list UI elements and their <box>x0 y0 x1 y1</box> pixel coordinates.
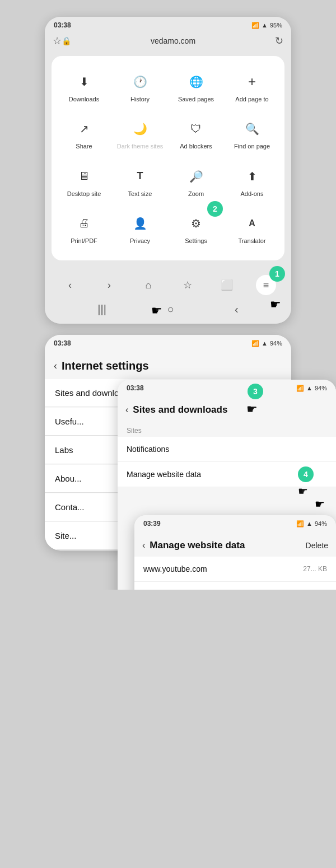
menu-grid: ⬇ Downloads 🕐 History 🌐 Saved pages + Ad… <box>56 65 280 251</box>
ad-blockers-label: Ad blockers <box>180 142 212 150</box>
menu-item-find-on-page[interactable]: 🔍 Find on page <box>224 112 280 157</box>
status-icons-2: 📶 ▲ 94% <box>251 340 282 347</box>
menu-item-share[interactable]: ↗ Share <box>56 112 112 157</box>
home-nav-button[interactable]: ⌂ <box>138 275 158 295</box>
wifi-icon-4: 📶 <box>296 520 304 528</box>
time-3: 03:38 <box>127 384 144 392</box>
website-url-0: www.youtube.com <box>143 564 207 573</box>
dark-theme-icon: 🌙 <box>130 119 150 139</box>
dark-theme-label: Dark theme sites <box>117 142 164 150</box>
menu-item-privacy[interactable]: 👤 Privacy <box>112 207 168 251</box>
signal-icon-4: ▲ <box>306 520 312 527</box>
time-2: 03:38 <box>54 339 71 347</box>
saved-pages-label: Saved pages <box>178 95 214 103</box>
menu-item-add-ons[interactable]: ⬆ Add-ons <box>224 160 280 204</box>
menu-item-print[interactable]: 🖨 Print/PDF <box>56 207 112 251</box>
system-nav-bar-1: ||| ○ ‹ <box>45 298 291 324</box>
menu-nav-button[interactable]: ≡ 1 <box>256 275 276 295</box>
tabs-nav-button[interactable]: ⬜ <box>217 275 237 295</box>
url-display[interactable]: vedamo.com <box>71 36 275 45</box>
menu-item-translator[interactable]: A Translator <box>224 207 280 251</box>
time-4: 03:39 <box>143 520 161 528</box>
menu-item-add-page[interactable]: + Add page to <box>224 65 280 110</box>
browser-menu-panel: ⬇ Downloads 🕐 History 🌐 Saved pages + Ad… <box>52 56 284 260</box>
sites-list: Notifications Manage website data 4 ☛ <box>118 437 336 487</box>
battery-label-1: 95% <box>270 22 282 29</box>
menu-item-text-size[interactable]: T Text size <box>112 160 168 204</box>
settings-title: Internet settings <box>62 360 149 372</box>
status-bar-1: 03:38 📶 ▲ 95% <box>45 17 291 31</box>
sites-downloads-title-row: ‹ Sites and downloads <box>125 400 328 421</box>
cursor-6: ☛ <box>315 497 325 511</box>
text-size-icon: T <box>130 166 150 186</box>
screen3: 03:38 📶 ▲ 94% ‹ Sites and downloads Site… <box>118 380 336 590</box>
zoom-icon: 🔎 <box>186 166 206 186</box>
back-nav-button[interactable]: ‹ <box>60 275 80 295</box>
add-ons-icon: ⬆ <box>242 166 262 186</box>
delete-button[interactable]: Delete <box>306 541 328 550</box>
notifications-item[interactable]: Notifications <box>118 437 336 462</box>
add-page-icon: + <box>242 72 262 92</box>
sys-nav-back[interactable]: ‹ <box>235 303 239 316</box>
zoom-label: Zoom <box>188 190 204 198</box>
settings-label: Settings <box>185 237 207 245</box>
print-icon: 🖨 <box>74 213 94 234</box>
screen4: 03:39 📶 ▲ 94% ‹ Manage website data Dele… <box>134 515 336 590</box>
wifi-icon-2: 📶 <box>251 340 259 347</box>
website-row-0[interactable]: www.youtube.com 27... KB <box>134 557 336 582</box>
lock-icon: 🔒 <box>62 36 71 45</box>
history-label: History <box>130 95 150 103</box>
status-icons-3: 📶 ▲ 94% <box>296 385 327 392</box>
battery-label-4: 94% <box>315 520 327 527</box>
reload-icon[interactable]: ↻ <box>275 35 283 47</box>
settings-title-row: ‹ Internet settings <box>54 355 282 379</box>
forward-nav-button[interactable]: › <box>99 275 119 295</box>
bookmark-nav-button[interactable]: ☆ <box>178 275 198 295</box>
desktop-site-icon: 🖥 <box>74 166 94 186</box>
status-icons-1: 📶 ▲ 95% <box>251 22 282 29</box>
status-bar-3: 03:38 📶 ▲ 94% <box>118 380 336 394</box>
menu-item-zoom[interactable]: 🔎 Zoom <box>168 160 224 204</box>
step-badge-1: 1 <box>269 266 285 282</box>
menu-item-saved-pages[interactable]: 🌐 Saved pages <box>168 65 224 110</box>
menu-item-dark-theme[interactable]: 🌙 Dark theme sites <box>112 112 168 157</box>
saved-pages-icon: 🌐 <box>186 72 206 92</box>
status-icons-4: 📶 ▲ 94% <box>296 520 327 528</box>
manage-website-data-item[interactable]: Manage website data 4 ☛ <box>118 462 336 487</box>
menu-item-settings[interactable]: ⚙ Settings 2 <box>168 207 224 251</box>
menu-item-downloads[interactable]: ⬇ Downloads <box>56 65 112 110</box>
browser-bottom-nav: ‹ › ⌂ ☆ ⬜ ≡ 1 ☛ <box>45 269 291 298</box>
downloads-label: Downloads <box>69 95 99 103</box>
step-badge-3: 3 <box>248 384 263 399</box>
menu-item-desktop-site[interactable]: 🖥 Desktop site <box>56 160 112 204</box>
sites-section-label: Sites <box>118 421 336 437</box>
time-1: 03:38 <box>54 21 71 29</box>
add-page-label: Add page to <box>235 95 268 103</box>
settings-back-button[interactable]: ‹ <box>54 360 57 372</box>
battery-label-3: 94% <box>315 385 327 391</box>
sites-downloads-header: ‹ Sites and downloads <box>118 394 336 421</box>
text-size-label: Text size <box>128 190 152 198</box>
manage-title-row: ‹ Manage website data Delete <box>142 535 328 557</box>
website-row-1[interactable]: https://www.youtube.com 116 bytes <box>134 582 336 590</box>
step-badge-4: 4 <box>298 466 314 482</box>
share-label: Share <box>76 142 92 150</box>
manage-back-button[interactable]: ‹ <box>142 540 145 550</box>
add-ons-label: Add-ons <box>241 190 264 198</box>
menu-item-ad-blockers[interactable]: 🛡 Ad blockers <box>168 112 224 157</box>
privacy-label: Privacy <box>130 237 150 245</box>
battery-label-2: 94% <box>270 340 282 347</box>
wifi-icon: 📶 <box>251 22 259 29</box>
menu-item-history[interactable]: 🕐 History <box>112 65 168 110</box>
sys-nav-recents[interactable]: ||| <box>97 303 106 316</box>
find-on-page-icon: 🔍 <box>242 119 262 139</box>
sites-back-button[interactable]: ‹ <box>125 405 128 415</box>
share-icon: ↗ <box>74 119 94 139</box>
privacy-icon: 👤 <box>130 213 150 234</box>
star-icon[interactable]: ☆ <box>53 35 62 47</box>
wifi-icon-3: 📶 <box>296 385 304 392</box>
status-bar-4: 03:39 📶 ▲ 94% <box>134 515 336 530</box>
signal-icon-2: ▲ <box>262 340 268 347</box>
manage-website-header: ‹ Manage website data Delete <box>134 530 336 557</box>
sys-nav-home[interactable]: ○ <box>167 303 174 316</box>
